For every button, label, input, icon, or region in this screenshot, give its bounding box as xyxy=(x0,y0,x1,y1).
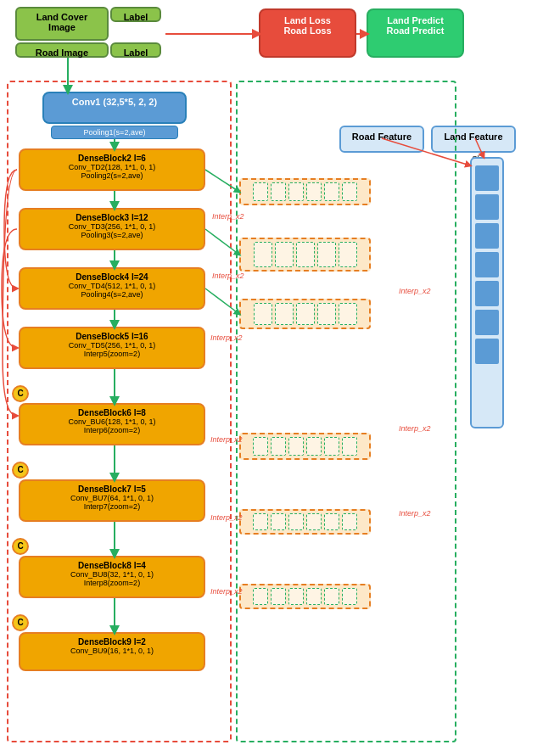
db4-param: l=24 xyxy=(132,272,148,282)
db6-param: l=8 xyxy=(134,408,146,417)
land-cover-box: Land Cover Image xyxy=(15,7,109,41)
db5-title: DenseBlock5 xyxy=(76,332,129,341)
db2-title: DenseBlock2 xyxy=(78,154,132,163)
fmap-row2 xyxy=(239,238,371,272)
db3-sub2: Pooling3(s=2,ave) xyxy=(25,231,199,239)
fmap-row5 xyxy=(239,509,371,535)
dense-block-5: DenseBlock5 l=16 Conv_TD5(256, 1*1, 0, 1… xyxy=(19,327,205,369)
diagram: Land Cover Image Label Road Image Label … xyxy=(0,0,543,756)
dense-block-7: DenseBlock7 l=5 Conv_BU7(64, 1*1, 0, 1) … xyxy=(19,479,205,522)
conv1-block: Conv1 (32,5*5, 2, 2) xyxy=(42,92,187,124)
db6-title: DenseBlock6 xyxy=(78,408,132,417)
road-image-label: Road Image xyxy=(22,48,102,58)
interp-label-r1: Interp_x2 xyxy=(399,287,431,295)
db6-sub1: Conv_BU6(128, 1*1, 0, 1) xyxy=(25,417,199,426)
predict-box: Land Predict Road Predict xyxy=(367,8,464,58)
db2-sub2: Pooling2(s=2,ave) xyxy=(25,171,199,180)
interp-label-6: Interp_x2 xyxy=(210,587,243,596)
db9-sub1: Conv_BU9(16, 1*1, 0, 1) xyxy=(25,647,199,655)
fmap-row3 xyxy=(239,299,371,329)
interp-label-1: Interp_x2 xyxy=(212,212,244,221)
fmap-row1 xyxy=(239,178,371,205)
loss-box: Land Loss Road Loss xyxy=(259,8,356,58)
interp-label-r3: Interp_x2 xyxy=(399,509,431,518)
land-cover-label: Land Cover Image xyxy=(22,12,102,32)
db9-param: l=2 xyxy=(134,637,146,647)
db7-sub2: Interp7(zoom=2) xyxy=(25,502,199,511)
road-predict-label: Road Predict xyxy=(377,25,454,36)
db8-title: DenseBlock8 xyxy=(78,561,132,570)
db7-sub1: Conv_BU7(64, 1*1, 0, 1) xyxy=(25,494,199,502)
db5-sub1: Conv_TD5(256, 1*1, 0, 1) xyxy=(25,341,199,350)
db8-param: l=4 xyxy=(134,561,146,570)
label2-box: Label xyxy=(110,42,161,58)
db7-param: l=5 xyxy=(134,484,146,494)
land-predict-label: Land Predict xyxy=(377,15,454,25)
dense-block-6: DenseBlock6 l=8 Conv_BU6(128, 1*1, 0, 1)… xyxy=(19,403,205,445)
db4-sub2: Pooling4(s=2,ave) xyxy=(25,290,199,299)
db9-title: DenseBlock9 xyxy=(78,637,132,647)
db6-sub2: Interp6(zoom=2) xyxy=(25,426,199,434)
feature-column xyxy=(470,157,504,428)
db8-sub2: Interp8(zoom=2) xyxy=(25,579,199,587)
dense-block-4: DenseBlock4 l=24 Conv_TD4(512, 1*1, 0, 1… xyxy=(19,267,205,310)
concat-c5: C xyxy=(12,385,29,402)
road-image-box: Road Image xyxy=(15,42,109,58)
db5-param: l=16 xyxy=(132,332,148,341)
conv1-params: (32,5*5, 2, 2) xyxy=(104,97,158,107)
dense-block-3: DenseBlock3 l=12 Conv_TD3(256, 1*1, 0, 1… xyxy=(19,208,205,250)
fmap-row6 xyxy=(239,584,371,609)
interp-label-3: Interp_x2 xyxy=(210,333,243,342)
fmap-row4 xyxy=(239,433,371,460)
db5-sub2: Interp5(zoom=2) xyxy=(25,350,199,358)
db2-sub1: Conv_TD2(128, 1*1, 0, 1) xyxy=(25,163,199,171)
db3-sub1: Conv_TD3(256, 1*1, 0, 1) xyxy=(25,222,199,231)
db3-title: DenseBlock3 xyxy=(76,213,129,222)
interp-label-r2: Interp_x2 xyxy=(399,424,431,433)
label2-text: Label xyxy=(117,48,154,58)
pool1-label: Pooling1(s=2,ave) xyxy=(84,128,146,137)
concat-c6: C xyxy=(12,462,29,479)
label1-box: Label xyxy=(110,7,161,22)
db4-title: DenseBlock4 xyxy=(76,272,129,282)
concat-c8: C xyxy=(12,614,29,631)
conv1-title: Conv1 xyxy=(72,97,101,107)
interp-label-4: Interp_x2 xyxy=(210,435,243,444)
road-loss-label: Road Loss xyxy=(269,25,346,36)
dense-block-9: DenseBlock9 l=2 Conv_BU9(16, 1*1, 0, 1) xyxy=(19,632,205,671)
interp-label-2: Interp_x2 xyxy=(212,272,244,280)
pool1-block: Pooling1(s=2,ave) xyxy=(51,126,178,139)
db2-param: l=6 xyxy=(134,154,146,163)
land-loss-label: Land Loss xyxy=(269,15,346,25)
label1-text: Label xyxy=(117,12,154,22)
interp-label-5: Interp_x2 xyxy=(210,513,243,522)
db8-sub1: Conv_BU8(32, 1*1, 0, 1) xyxy=(25,570,199,579)
dense-block-2: DenseBlock2 l=6 Conv_TD2(128, 1*1, 0, 1)… xyxy=(19,148,205,191)
db4-sub1: Conv_TD4(512, 1*1, 0, 1) xyxy=(25,282,199,290)
db7-title: DenseBlock7 xyxy=(78,484,132,494)
db3-param: l=12 xyxy=(132,213,148,222)
concat-c7: C xyxy=(12,538,29,555)
dense-block-8: DenseBlock8 l=4 Conv_BU8(32, 1*1, 0, 1) … xyxy=(19,556,205,598)
